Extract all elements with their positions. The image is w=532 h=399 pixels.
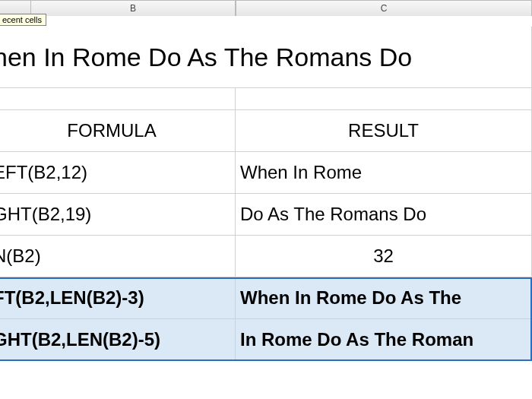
spacer-b[interactable] bbox=[0, 87, 236, 110]
result-cell[interactable]: 32 bbox=[236, 236, 532, 277]
result-cell[interactable]: When In Rome Do As The bbox=[236, 277, 532, 319]
grid[interactable]: hen In Rome Do As The Romans Do FORMULA … bbox=[0, 15, 532, 399]
title-cell[interactable]: hen In Rome Do As The Romans Do bbox=[0, 27, 532, 87]
column-header-c[interactable]: C bbox=[236, 1, 532, 16]
header-result[interactable]: RESULT bbox=[236, 110, 532, 152]
result-cell[interactable]: Do As The Romans Do bbox=[236, 194, 532, 236]
result-cell[interactable]: When In Rome bbox=[236, 152, 532, 194]
formula-cell[interactable]: EFT(B2,12) bbox=[0, 152, 236, 194]
spacer-c[interactable] bbox=[236, 87, 532, 110]
formula-cell[interactable]: FT(B2,LEN(B2)-3) bbox=[0, 277, 236, 319]
header-formula[interactable]: FORMULA bbox=[0, 110, 236, 152]
result-cell[interactable]: In Rome Do As The Roman bbox=[236, 319, 532, 361]
formula-cell[interactable]: N(B2) bbox=[0, 236, 236, 277]
formula-cell[interactable]: GHT(B2,19) bbox=[0, 194, 236, 236]
column-header-b[interactable]: B bbox=[30, 1, 236, 16]
spreadsheet-viewport: B C ecent cells hen In Rome Do As The Ro… bbox=[0, 0, 532, 399]
formula-cell[interactable]: GHT(B2,LEN(B2)-5) bbox=[0, 319, 236, 361]
column-header-strip: B C bbox=[0, 0, 532, 15]
